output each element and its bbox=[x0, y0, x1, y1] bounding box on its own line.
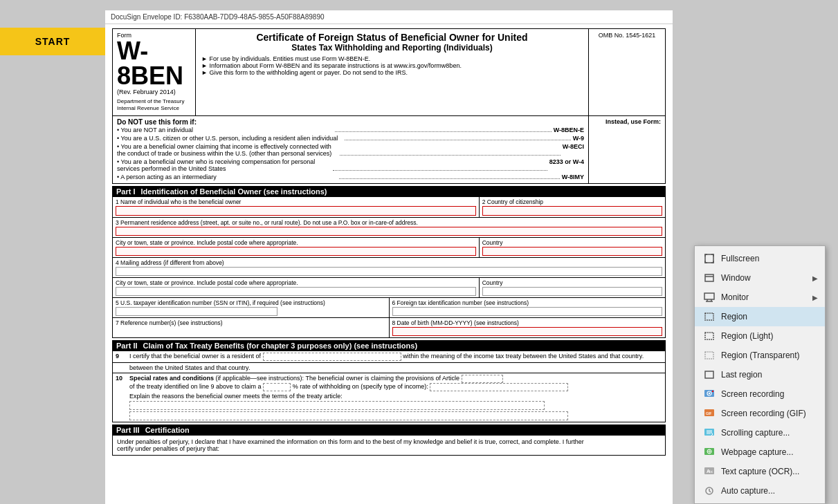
menu-item-window-label: Window bbox=[721, 273, 817, 283]
field-10-income-input[interactable] bbox=[430, 383, 568, 391]
part2-row-9b: between the United States and that count… bbox=[113, 363, 665, 373]
context-menu: Fullscreen Window ▶ Monitor ▶ Region Reg… bbox=[694, 245, 826, 504]
field-9-input[interactable] bbox=[263, 353, 401, 361]
field-city2-label: City or town, state or province. Include… bbox=[116, 279, 476, 286]
menu-item-text-capture[interactable]: Abc Text capture (OCR)... bbox=[695, 462, 825, 481]
menu-item-region-light-label: Region (Light) bbox=[721, 331, 817, 341]
field-8-label: 8 Date of birth (MM-DD-YYYY) (see instru… bbox=[392, 319, 663, 326]
part3-text: Under penalties of perjury, I declare th… bbox=[112, 436, 666, 456]
menu-item-window[interactable]: Window ▶ bbox=[695, 268, 825, 288]
field-4-input[interactable] bbox=[116, 267, 662, 276]
auto-capture-icon bbox=[703, 485, 716, 497]
field-country2-label: Country bbox=[482, 279, 662, 286]
field-country-label: Country bbox=[482, 239, 662, 246]
menu-item-screen-recording-gif-label: Screen recording (GIF) bbox=[721, 409, 817, 418]
field-1-label: 1 Name of individual who is the benefici… bbox=[116, 198, 476, 205]
field-5-6-row: 5 U.S. taxpayer identification number (S… bbox=[113, 298, 665, 318]
text-capture-icon: Abc bbox=[703, 465, 716, 478]
region-icon bbox=[703, 310, 716, 323]
menu-item-last-region[interactable]: Last region bbox=[695, 365, 825, 384]
svg-rect-10 bbox=[705, 371, 713, 378]
menu-item-last-region-label: Last region bbox=[721, 370, 817, 380]
field-city-country-row: City or town, state or province. Include… bbox=[113, 238, 665, 258]
svg-text:GIF: GIF bbox=[706, 411, 711, 416]
part2-header: Part II Claim of Tax Treaty Benefits (fo… bbox=[112, 340, 666, 351]
menu-item-screen-recording-gif[interactable]: GIF Screen recording (GIF) bbox=[695, 404, 825, 423]
part2-section: 9 I certify that the beneficial owner is… bbox=[112, 351, 666, 422]
menu-item-region-label: Region bbox=[721, 312, 817, 321]
svg-rect-14 bbox=[712, 391, 713, 392]
field-10-rate-input[interactable] bbox=[263, 383, 291, 391]
menu-item-fullscreen[interactable]: Fullscreen bbox=[695, 249, 825, 268]
field-7-8-row: 7 Reference number(s) (see instructions)… bbox=[113, 318, 665, 337]
field-2-cell: 2 Country of citizenship bbox=[480, 197, 665, 217]
window-arrow-icon: ▶ bbox=[812, 274, 818, 282]
field-10-extra-input[interactable] bbox=[129, 411, 568, 420]
field-row-1-2: 1 Name of individual who is the benefici… bbox=[113, 197, 665, 218]
form-left: Form W-8BEN (Rev. February 2014) Departm… bbox=[113, 29, 196, 115]
form-number: W-8BEN bbox=[117, 39, 191, 88]
menu-item-auto-capture[interactable]: Auto capture... bbox=[695, 481, 825, 501]
menu-item-region-transparent[interactable]: Region (Transparent) bbox=[695, 346, 825, 365]
menu-item-screen-recording[interactable]: Screen recording bbox=[695, 384, 825, 404]
do-not-use-left: Do NOT use this form if: • You are NOT a… bbox=[113, 116, 589, 183]
field-city2-input[interactable] bbox=[116, 287, 476, 296]
field-3-input[interactable] bbox=[116, 227, 662, 236]
menu-item-monitor-label: Monitor bbox=[721, 292, 817, 302]
monitor-arrow-icon: ▶ bbox=[812, 294, 818, 301]
field-city-cell: City or town, state or province. Include… bbox=[113, 238, 480, 257]
menu-item-region-light[interactable]: Region (Light) bbox=[695, 326, 825, 346]
field-city-input[interactable] bbox=[116, 247, 476, 256]
field-5-label: 5 U.S. taxpayer identification number (S… bbox=[116, 299, 386, 306]
field-4-label-row: 4 Mailing address (if different from abo… bbox=[113, 258, 665, 278]
menu-item-text-capture-label: Text capture (OCR)... bbox=[721, 467, 817, 476]
start-button[interactable]: START bbox=[0, 28, 105, 55]
do-not-use-title: Do NOT use this form if: bbox=[117, 118, 584, 126]
field-6-input[interactable] bbox=[392, 307, 663, 316]
part1-header: Part I Identification of Beneficial Owne… bbox=[112, 186, 666, 197]
menu-item-region[interactable]: Region bbox=[695, 307, 825, 326]
menu-item-monitor[interactable]: Monitor ▶ bbox=[695, 288, 825, 307]
part1-fields: 1 Name of individual who is the benefici… bbox=[112, 197, 666, 338]
fullscreen-icon bbox=[703, 252, 716, 265]
form-title-sub: States Tax Withholding and Reporting (In… bbox=[201, 43, 583, 53]
field-10-explain-input[interactable] bbox=[129, 401, 545, 410]
screen-recording-gif-icon: GIF bbox=[703, 407, 716, 420]
field-country2-input[interactable] bbox=[482, 287, 662, 296]
do-not-use-items: • You are NOT an individualW-8BEN-E • Yo… bbox=[117, 126, 584, 181]
field-10-article-input[interactable] bbox=[462, 375, 503, 383]
region-transparent-icon bbox=[703, 349, 716, 362]
menu-item-scrolling-capture[interactable]: Scrolling capture... bbox=[695, 423, 825, 442]
field-5-input[interactable] bbox=[116, 307, 277, 316]
field-7-label: 7 Reference number(s) (see instructions) bbox=[116, 319, 386, 326]
field-country2-cell: Country bbox=[480, 278, 665, 297]
form-instructions: ► For use by individuals. Entities must … bbox=[201, 55, 583, 76]
svg-rect-3 bbox=[704, 293, 714, 299]
field-6-cell: 6 Foreign tax identification number (see… bbox=[390, 298, 666, 317]
part3-header: Part III Certification bbox=[112, 424, 666, 436]
do-not-use-right: Instead, use Form: bbox=[589, 116, 665, 183]
field-6-label: 6 Foreign tax identification number (see… bbox=[392, 299, 663, 306]
field-5-cell: 5 U.S. taxpayer identification number (S… bbox=[113, 298, 390, 317]
field-8-input[interactable] bbox=[392, 327, 663, 336]
field-country-cell: Country bbox=[480, 238, 665, 257]
monitor-icon bbox=[703, 291, 716, 304]
menu-item-webpage-capture[interactable]: Webpage capture... bbox=[695, 442, 825, 462]
field-1-input[interactable] bbox=[116, 206, 476, 216]
envelope-id: DocuSign Envelope ID: F6380AAB-7DD9-48A5… bbox=[111, 13, 325, 21]
form-header: Form W-8BEN (Rev. February 2014) Departm… bbox=[112, 28, 666, 116]
menu-item-screen-recording-label: Screen recording bbox=[721, 389, 817, 399]
last-region-icon bbox=[703, 368, 716, 381]
field-country-input[interactable] bbox=[482, 247, 662, 256]
menu-item-scrolling-capture-label: Scrolling capture... bbox=[721, 428, 817, 438]
field-3-label-row: 3 Permanent residence address (street, a… bbox=[113, 218, 665, 238]
field-7-cell: 7 Reference number(s) (see instructions) bbox=[113, 318, 390, 337]
field-2-input[interactable] bbox=[482, 206, 662, 216]
field-8-cell: 8 Date of birth (MM-DD-YYYY) (see instru… bbox=[390, 318, 666, 337]
do-not-use-section: Do NOT use this form if: • You are NOT a… bbox=[112, 116, 666, 184]
region-light-icon bbox=[703, 330, 716, 342]
svg-rect-8 bbox=[705, 333, 713, 339]
part2-row-9: 9 I certify that the beneficial owner is… bbox=[113, 351, 665, 363]
menu-item-region-transparent-label: Region (Transparent) bbox=[721, 351, 817, 360]
field-city-label: City or town, state or province. Include… bbox=[116, 239, 476, 246]
